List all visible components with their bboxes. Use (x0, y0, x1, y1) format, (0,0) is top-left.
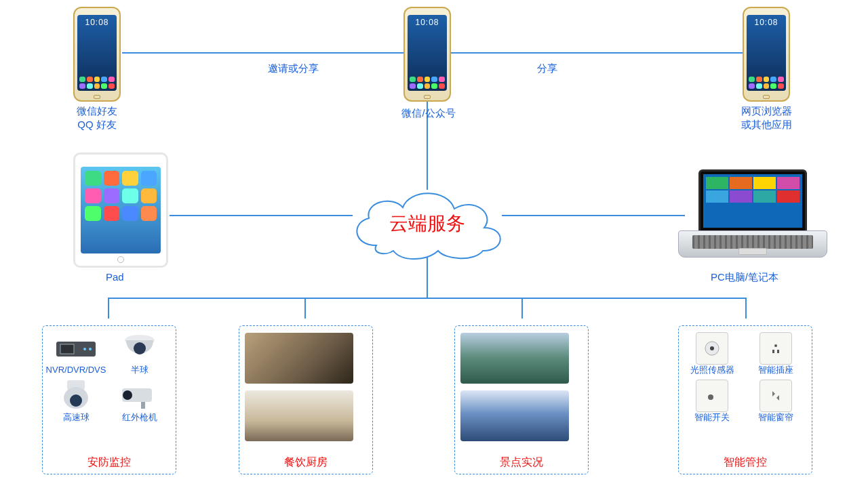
scenic-title: 景点实况 (455, 455, 588, 470)
nvr-icon (54, 333, 98, 364)
item-ir-bullet-camera: 红外枪机 (112, 380, 167, 422)
svg-point-25 (708, 394, 713, 400)
svg-rect-9 (60, 344, 74, 354)
category-scenic: 景点实况 (454, 325, 589, 474)
kitchen-title: 餐饮厨房 (239, 455, 372, 470)
item-nvr-dvr-dvs: NVR/DVR/DVS (48, 333, 104, 375)
phone-left-label-2: QQ 好友 (70, 119, 124, 131)
tablet-pad (73, 152, 168, 268)
scenic-photo-2 (460, 390, 569, 441)
item-dome-camera: 半球 (112, 333, 167, 375)
light-sensor-icon (690, 333, 734, 364)
smart-title: 智能管控 (679, 455, 812, 470)
item-smart-switch: 智能开关 (684, 380, 740, 422)
svg-point-10 (83, 348, 86, 350)
security-title: 安防监控 (43, 455, 176, 470)
svg-marker-27 (776, 395, 779, 401)
pad-label: Pad (106, 271, 124, 283)
svg-point-21 (710, 346, 714, 350)
category-security: NVR/DVR/DVS 半球 高速球 红外枪机 安防监控 (42, 325, 176, 474)
cloud-label: 云端服务 (389, 211, 465, 237)
svg-point-13 (134, 342, 146, 354)
svg-point-16 (70, 394, 82, 407)
scenic-photo-1 (460, 333, 569, 384)
category-kitchen: 餐饮厨房 (239, 325, 373, 474)
phone-wechat-qq: 10:08 (73, 7, 121, 102)
svg-marker-26 (772, 391, 775, 396)
kitchen-photo-2 (245, 390, 353, 441)
smart-switch-icon (690, 380, 734, 411)
svg-point-18 (123, 390, 132, 400)
svg-point-22 (774, 344, 777, 347)
pc-label: PC电脑/笔记本 (711, 271, 778, 284)
edge-label-invite-share: 邀请或分享 (268, 62, 319, 75)
item-smart-curtain: 智能窗帘 (748, 380, 804, 422)
smart-socket-icon (754, 333, 797, 364)
phone-left-label-1: 微信好友 (70, 105, 124, 118)
phone-wechat-official: 10:08 (403, 7, 451, 102)
cloud-service: 云端服务 (339, 183, 515, 264)
dome-camera-icon (118, 333, 161, 364)
item-light-sensor: 光照传感器 (684, 333, 740, 375)
phone-right-label-1: 网页浏览器 (736, 105, 797, 118)
item-smart-socket: 智能插座 (748, 333, 804, 375)
phone-center-label: 微信/公众号 (395, 107, 462, 120)
laptop-pc (678, 169, 827, 264)
svg-point-11 (89, 348, 92, 350)
phone-right-label-2: 或其他应用 (736, 119, 797, 131)
phone-browser: 10:08 (743, 7, 790, 102)
edge-label-share: 分享 (537, 62, 557, 75)
kitchen-photo-1 (245, 333, 353, 384)
category-smart: 光照传感器 智能插座 智能开关 智能窗帘 智能管控 (678, 325, 812, 474)
svg-rect-23 (772, 350, 774, 353)
speed-dome-icon (54, 380, 98, 411)
item-speed-dome: 高速球 (48, 380, 104, 422)
svg-rect-24 (777, 350, 779, 353)
bullet-camera-icon (118, 380, 161, 411)
svg-rect-19 (141, 402, 145, 409)
smart-curtain-icon (754, 380, 797, 411)
